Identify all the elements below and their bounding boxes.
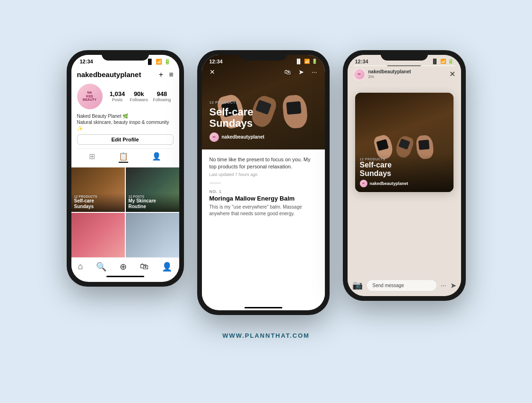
notch-2 bbox=[240, 50, 287, 61]
guide-item-title: Moringa Mallow Energy Balm bbox=[209, 195, 317, 202]
time-3: 12:34 bbox=[355, 59, 368, 64]
grid-overlay-1: 12 PRODUCTS Self-careSundays bbox=[71, 193, 125, 212]
grid-overlay-2: 12 POSTS My SkincareRoutine bbox=[126, 193, 179, 212]
stats-numbers: 1,034 Posts 90k Followers 948 Following bbox=[107, 90, 174, 102]
edit-profile-button[interactable]: Edit Profile bbox=[77, 134, 174, 145]
wifi-2: 📶 bbox=[304, 59, 310, 64]
story-card-title: Self-careSundays bbox=[360, 161, 449, 177]
story-card-hero: 12 PRODUCTS Self-careSundays NB nakedbea… bbox=[355, 93, 454, 192]
followers-label: Followers bbox=[130, 97, 148, 102]
profile-bottom-nav: ⌂ 🔍 ⊕ 🛍 👤 bbox=[71, 257, 179, 275]
story-card: 12 PRODUCTS Self-careSundays NB nakedbea… bbox=[355, 93, 454, 192]
profile-header: nakedbeautyplanet + ≡ NAKEDBEAUTY 1,034 … bbox=[71, 67, 179, 167]
status-icons-2: ▐▌ 📶 🔋 bbox=[295, 59, 317, 64]
phone-story: 12:34 ▐▌ 📶 🔋 NB bbox=[343, 50, 466, 301]
signal-2: ▐▌ bbox=[295, 59, 302, 64]
story-author-row: NB nakedbeautyplanet 2m bbox=[353, 68, 411, 80]
story-username: nakedbeautyplanet bbox=[368, 69, 411, 74]
guide-author-name: nakedbeautyplanet bbox=[222, 134, 265, 140]
screen-profile: 12:34 ▐▌ 📶 🔋 nakedbeautyplanet + ≡ bbox=[71, 55, 179, 282]
grid-item-3[interactable] bbox=[71, 213, 125, 257]
guide-body: No time like the present to focus on you… bbox=[202, 149, 325, 306]
grid-title-1: Self-careSundays bbox=[74, 198, 122, 210]
story-bottom-bar: 📷 Send message ··· ➤ bbox=[352, 280, 456, 291]
guide-bag-icon[interactable]: 🛍 bbox=[284, 68, 291, 76]
guide-description: No time like the present to focus on you… bbox=[209, 156, 317, 171]
story-more-icon[interactable]: ··· bbox=[441, 281, 446, 289]
guide-more-icon[interactable]: ··· bbox=[312, 68, 317, 76]
grid-tag-1: 12 PRODUCTS bbox=[74, 195, 122, 198]
story-message-input[interactable]: Send message bbox=[366, 280, 437, 291]
signal-3: ▐▌ bbox=[431, 59, 438, 64]
status-icons-1: ▐▌ 📶 🔋 bbox=[146, 59, 171, 65]
tab-tagged[interactable]: 👤 bbox=[152, 152, 161, 163]
home-nav-icon[interactable]: ⌂ bbox=[78, 262, 83, 272]
guide-hero: ✕ 🛍 ➤ ··· 12:34 ▐▌ 📶 🔋 bbox=[202, 55, 325, 149]
time-2: 12:34 bbox=[209, 59, 223, 64]
guide-top-icons: 🛍 ➤ ··· bbox=[284, 68, 317, 76]
story-close-icon[interactable]: ✕ bbox=[449, 70, 455, 79]
guide-updated: Last updated 7 hours ago bbox=[209, 172, 317, 177]
grid-item-4[interactable] bbox=[126, 213, 179, 257]
home-indicator-1 bbox=[106, 276, 144, 277]
status-icons-3: ▐▌ 📶 🔋 bbox=[431, 59, 453, 64]
wifi-3: 📶 bbox=[440, 59, 446, 64]
guide-avatar: NB bbox=[209, 132, 219, 142]
story-time: 2m bbox=[368, 74, 411, 79]
menu-icon[interactable]: ≡ bbox=[169, 70, 173, 79]
tab-guide[interactable]: 📋 bbox=[119, 152, 128, 163]
story-card-tag: 12 PRODUCTS bbox=[360, 158, 449, 161]
guide-send-icon[interactable]: ➤ bbox=[298, 68, 304, 76]
profile-stats-row: NAKEDBEAUTY 1,034 Posts 90k Followers 94… bbox=[77, 84, 174, 109]
story-card-overlay: 12 PRODUCTS Self-careSundays NB nakedbea… bbox=[355, 154, 454, 192]
stat-posts: 1,034 Posts bbox=[110, 90, 125, 102]
battery-icon: 🔋 bbox=[164, 59, 171, 65]
phone-guide: ✕ 🛍 ➤ ··· 12:34 ▐▌ 📶 🔋 bbox=[197, 50, 330, 315]
screen-story: 12:34 ▐▌ 📶 🔋 NB bbox=[348, 55, 461, 296]
stat-following: 948 Following bbox=[153, 90, 171, 102]
followers-count: 90k bbox=[130, 90, 148, 97]
guide-author-row: NB nakedbeautyplanet bbox=[209, 132, 317, 142]
story-camera-icon[interactable]: 📷 bbox=[352, 280, 363, 290]
wifi-icon: 📶 bbox=[156, 59, 162, 65]
guide-item-num: NO. 1 bbox=[209, 189, 317, 194]
add-nav-icon[interactable]: ⊕ bbox=[120, 262, 127, 272]
story-card-author-name: nakedbeautyplanet bbox=[370, 181, 409, 186]
grid-title-2: My SkincareRoutine bbox=[129, 198, 176, 210]
battery-2: 🔋 bbox=[312, 59, 317, 64]
following-count: 948 bbox=[153, 90, 171, 97]
search-nav-icon[interactable]: 🔍 bbox=[96, 262, 106, 272]
story-card-avatar: NB bbox=[360, 180, 367, 187]
profile-bio: Naked Beauty Planet 🌿 Natural skincare, … bbox=[77, 113, 174, 131]
grid-tag-2: 12 POSTS bbox=[129, 195, 176, 198]
posts-count: 1,034 bbox=[110, 90, 125, 97]
shop-nav-icon[interactable]: 🛍 bbox=[140, 262, 148, 272]
following-label: Following bbox=[153, 97, 171, 102]
guide-title: Self-careSundays bbox=[209, 106, 317, 129]
profile-top-icons: + ≡ bbox=[159, 70, 174, 79]
story-send-icon[interactable]: ➤ bbox=[450, 281, 456, 290]
stat-followers: 90k Followers bbox=[130, 90, 148, 102]
profile-nav-icon[interactable]: 👤 bbox=[162, 262, 172, 272]
avatar: NAKEDBEAUTY bbox=[77, 84, 103, 109]
guide-item-desc: This is my "use everywhere" balm. Massag… bbox=[209, 204, 317, 217]
notch-3 bbox=[381, 50, 428, 61]
grid-item-2[interactable]: 12 POSTS My SkincareRoutine bbox=[126, 167, 179, 212]
story-avatar: NB bbox=[353, 68, 366, 80]
grid-item-1[interactable]: 12 PRODUCTS Self-careSundays bbox=[71, 167, 125, 212]
phones-container: 12:34 ▐▌ 📶 🔋 nakedbeautyplanet + ≡ bbox=[67, 50, 466, 315]
footer-url: WWW.PLANNTHAT.COM bbox=[222, 332, 310, 339]
guide-divider bbox=[209, 183, 221, 184]
bio-line2: Natural skincare, beauty inspo & communi… bbox=[77, 119, 174, 131]
bio-line1: Naked Beauty Planet 🌿 bbox=[77, 113, 174, 119]
profile-tabs: ⊞ 📋 👤 bbox=[77, 149, 174, 165]
add-post-icon[interactable]: + bbox=[159, 70, 163, 79]
battery-3: 🔋 bbox=[448, 59, 454, 64]
guide-close-icon[interactable]: ✕ bbox=[209, 68, 215, 76]
story-author-info: nakedbeautyplanet 2m bbox=[368, 69, 411, 79]
guide-tag: 12 PRODUCTS bbox=[209, 100, 317, 105]
tab-grid[interactable]: ⊞ bbox=[89, 152, 95, 163]
posts-label: Posts bbox=[110, 97, 125, 102]
phone-profile: 12:34 ▐▌ 📶 🔋 nakedbeautyplanet + ≡ bbox=[67, 50, 184, 287]
time-1: 12:34 bbox=[80, 59, 93, 64]
